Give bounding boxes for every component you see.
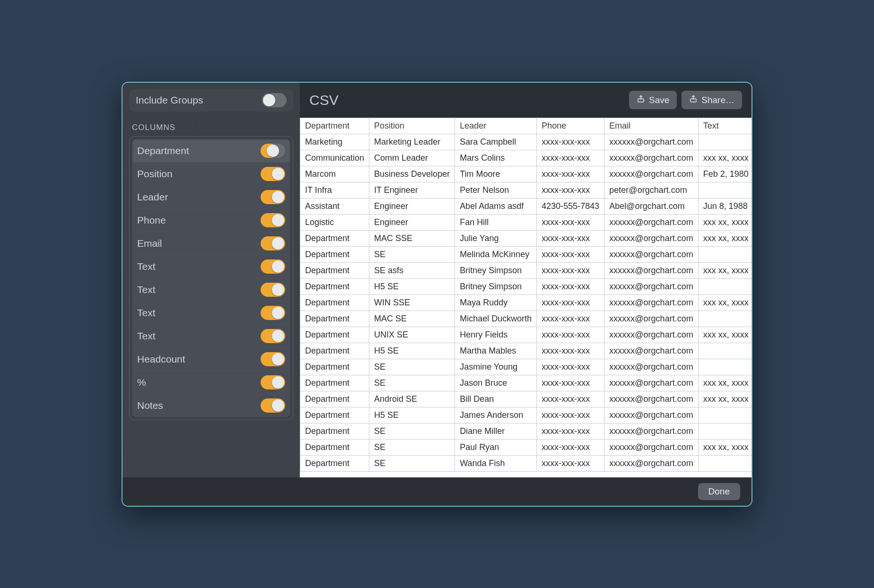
table-row[interactable]: DepartmentSE asfsBritney Simpsonxxxx-xxx… (300, 262, 752, 278)
table-row[interactable]: DepartmentH5 SEBritney Simpsonxxxx-xxx-x… (300, 278, 752, 294)
save-button[interactable]: Save (629, 91, 677, 109)
main: CSV Save Share… (300, 83, 752, 477)
column-toggle[interactable] (261, 352, 285, 366)
table-cell: Department (300, 439, 369, 455)
column-row[interactable]: Position (132, 163, 290, 186)
table-scroll[interactable]: DepartmentPositionLeaderPhoneEmailTextTe… (300, 118, 752, 477)
column-toggle[interactable] (261, 375, 285, 389)
table-row[interactable]: DepartmentSEMelinda McKinneyxxxx-xxx-xxx… (300, 246, 752, 262)
table-row[interactable]: DepartmentWIN SSEMaya Ruddyxxxx-xxx-xxxx… (300, 294, 752, 311)
column-toggle[interactable] (261, 283, 285, 297)
table-row[interactable]: MarcomBusiness DeveloperTim Moorexxxx-xx… (300, 166, 752, 182)
column-header[interactable]: Email (604, 118, 698, 134)
toggle-knob (272, 330, 284, 342)
column-row[interactable]: Text (132, 325, 290, 348)
table-cell: Marketing Leader (369, 134, 455, 150)
table-cell: Sara Campbell (455, 134, 537, 150)
toggle-knob (272, 214, 284, 226)
column-toggle[interactable] (261, 190, 285, 204)
table-cell: xxxxxx@orgchart.com (604, 166, 698, 182)
footer: Done (122, 477, 752, 506)
table-cell: SE (369, 246, 455, 262)
column-toggle[interactable] (261, 398, 285, 413)
table-cell (698, 359, 752, 375)
column-row[interactable]: Email (132, 232, 290, 255)
column-row[interactable]: Department (132, 139, 290, 163)
table-cell: xxx xx, xxxx (698, 294, 752, 311)
column-header[interactable]: Leader (455, 118, 537, 134)
table-row[interactable]: DepartmentUNIX SEHenry Fieldsxxxx-xxx-xx… (300, 327, 752, 343)
table-cell (698, 182, 752, 198)
column-row[interactable]: Text (132, 278, 290, 302)
column-toggle[interactable] (261, 167, 285, 181)
toggle-knob (272, 284, 284, 296)
include-groups-toggle[interactable] (262, 93, 287, 107)
table-cell: xxxx-xxx-xxx (537, 407, 604, 423)
table-row[interactable]: DepartmentH5 SEMartha Mablesxxxx-xxx-xxx… (300, 343, 752, 359)
save-label: Save (649, 95, 669, 105)
table-cell: xxxx-xxx-xxx (537, 359, 604, 375)
table-cell: xxxxxx@orgchart.com (604, 455, 698, 471)
table-row[interactable]: DepartmentH5 SEJames Andersonxxxx-xxx-xx… (300, 407, 752, 423)
toggle-knob (272, 376, 284, 389)
table-row[interactable]: DepartmentSEPaul Ryanxxxx-xxx-xxxxxxxxx@… (300, 439, 752, 455)
column-row[interactable]: Phone (132, 209, 290, 232)
table-cell: IT Infra (300, 182, 369, 198)
table-row[interactable]: DepartmentMAC SEMichael Duckworthxxxx-xx… (300, 311, 752, 327)
column-header[interactable]: Phone (537, 118, 604, 134)
table-row[interactable]: DepartmentSEDiane Millerxxxx-xxx-xxxxxxx… (300, 423, 752, 439)
table-row[interactable]: CommunicationComm LeaderMars Colinsxxxx-… (300, 150, 752, 166)
column-row[interactable]: % (132, 371, 290, 394)
column-toggle[interactable] (261, 236, 285, 251)
export-dialog: Include Groups COLUMNS DepartmentPositio… (122, 82, 752, 507)
column-header[interactable]: Text (698, 118, 752, 134)
table-cell: Department (300, 359, 369, 375)
table-row[interactable]: DepartmentAndroid SEBill Deanxxxx-xxx-xx… (300, 391, 752, 407)
table-cell: xxxx-xxx-xxx (537, 214, 604, 230)
table-cell: Jason Bruce (455, 375, 537, 391)
table-cell: Department (300, 423, 369, 439)
table-row[interactable]: DepartmentMAC SSEJulie Yangxxxx-xxx-xxxx… (300, 230, 752, 246)
table-cell: Engineer (369, 198, 455, 214)
column-row[interactable]: Leader (132, 186, 290, 209)
table-row[interactable]: DepartmentSEJasmine Youngxxxx-xxx-xxxxxx… (300, 359, 752, 375)
done-button[interactable]: Done (698, 483, 740, 500)
table-cell: SE (369, 375, 455, 391)
column-header[interactable]: Department (300, 118, 369, 134)
columns-header: COLUMNS (132, 123, 290, 132)
column-row[interactable]: Headcount (132, 348, 290, 371)
table-cell: Communication (300, 150, 369, 166)
column-toggle[interactable] (261, 329, 285, 343)
table-row[interactable]: MarketingMarketing LeaderSara Campbellxx… (300, 134, 752, 150)
column-label: Headcount (137, 354, 185, 365)
column-row[interactable]: Text (132, 255, 290, 278)
column-header[interactable]: Position (369, 118, 455, 134)
table-cell: Jasmine Young (455, 359, 537, 375)
toggle-knob (272, 237, 284, 250)
share-label: Share… (701, 95, 734, 105)
table-row[interactable]: LogisticEngineerFan Hillxxxx-xxx-xxxxxxx… (300, 214, 752, 230)
share-icon (637, 94, 645, 106)
share-button[interactable]: Share… (682, 91, 742, 109)
toggle-knob (272, 399, 284, 412)
table-row[interactable]: AssistantEngineerAbel Adams asdf4230-555… (300, 198, 752, 214)
table-cell: MAC SE (369, 311, 455, 327)
table-row[interactable]: IT InfraIT EngineerPeter Nelsonxxxx-xxx-… (300, 182, 752, 198)
column-toggle[interactable] (261, 144, 285, 158)
table-cell: Android SE (369, 391, 455, 407)
table-row[interactable]: DepartmentSEWanda Fishxxxx-xxx-xxxxxxxxx… (300, 455, 752, 471)
column-toggle[interactable] (261, 213, 285, 227)
table-cell: xxxxxx@orgchart.com (604, 134, 698, 150)
table-cell: Department (300, 391, 369, 407)
column-label: Position (137, 168, 173, 180)
toggle-knob (272, 191, 284, 203)
table-cell: xxx xx, xxxx (698, 375, 752, 391)
table-row[interactable]: DepartmentSEJason Brucexxxx-xxx-xxxxxxxx… (300, 375, 752, 391)
column-toggle[interactable] (261, 306, 285, 320)
column-row[interactable]: Text (132, 302, 290, 325)
table-cell: Paul Ryan (455, 439, 537, 455)
column-row[interactable]: Notes (132, 394, 290, 417)
column-toggle[interactable] (261, 259, 285, 274)
table-cell: xxxxxx@orgchart.com (604, 262, 698, 278)
table-cell: Department (300, 262, 369, 278)
